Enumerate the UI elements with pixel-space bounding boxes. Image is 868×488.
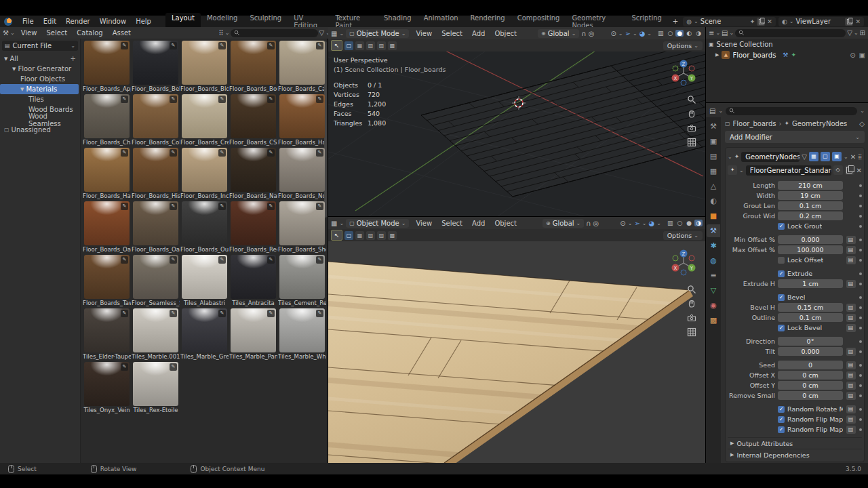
- breadcrumb-modifier[interactable]: GeometryNodes: [792, 120, 847, 127]
- asset-floor-boards-oak[interactable]: ✎Floor_Boards_Oak...: [83, 201, 131, 255]
- shading-rendered-icon[interactable]: ◑: [694, 220, 703, 226]
- options-button[interactable]: Options ⌄: [663, 231, 703, 240]
- add-workspace-button[interactable]: +: [668, 16, 683, 26]
- add-modifier-button[interactable]: Add Modifier ⌄: [725, 131, 865, 143]
- toggle-grid-icon[interactable]: [687, 138, 696, 147]
- properties-tab-physics[interactable]: ◍: [707, 254, 720, 267]
- asset-floor-boards-hay[interactable]: ✎Floor_Boards_Hay...: [83, 148, 131, 201]
- properties-tab-scene[interactable]: △: [707, 180, 720, 192]
- shading-wireframe-icon[interactable]: ○: [667, 30, 675, 37]
- asset-floor-boards-cha[interactable]: ✎Floor_Boards_Cha...: [83, 94, 131, 148]
- attribute-toggle-icon[interactable]: ▤: [846, 382, 856, 390]
- decorator-dot[interactable]: [859, 317, 862, 319]
- checkbox-checked-icon[interactable]: ✓: [778, 270, 785, 277]
- viewport-menu-add[interactable]: Add: [467, 218, 490, 228]
- node-group-field[interactable]: FloorGenerator_Standard: [746, 165, 831, 176]
- geometry-nodes-icon[interactable]: ✦: [791, 52, 796, 58]
- overlays-toggle-icon[interactable]: ◕: [639, 30, 646, 37]
- menu-render[interactable]: Render: [61, 16, 95, 26]
- snap-icon[interactable]: ∩: [586, 220, 591, 227]
- gizmo-toggle-icon[interactable]: ➢: [625, 30, 631, 37]
- select-mode-new-icon[interactable]: ▢: [344, 231, 353, 240]
- breadcrumb-object[interactable]: Floor_boards: [733, 120, 776, 127]
- decorator-dot[interactable]: [859, 283, 862, 285]
- select-mode-invert-icon[interactable]: ▨: [377, 231, 386, 240]
- attribute-toggle-icon[interactable]: ▤: [846, 426, 856, 434]
- outliner-search-input[interactable]: [735, 29, 846, 37]
- viewport-top[interactable]: ▦ ⌄ ▢ Object Mode ⌄ ViewSelectAddObject …: [328, 27, 705, 216]
- asset-tiles-onyx-vein[interactable]: ✎Tiles_Onyx_Vein: [83, 362, 131, 415]
- asset-floor-boards-cre[interactable]: ✎Floor_Boards_Cre...: [180, 94, 229, 148]
- decorator-dot[interactable]: [859, 195, 862, 197]
- param-checkbox[interactable]: ✓Lock Grout: [778, 222, 843, 230]
- decorator-dot[interactable]: [859, 239, 862, 241]
- param-checkbox[interactable]: ✓Extrude: [778, 270, 843, 277]
- zoom-icon[interactable]: [687, 285, 696, 294]
- disclosure-triangle[interactable]: ▼: [20, 87, 24, 92]
- camera-view-icon[interactable]: [687, 313, 696, 323]
- select-mode-new-icon[interactable]: ▢: [344, 41, 353, 50]
- active-tool-select-box[interactable]: ↖: [331, 230, 342, 241]
- proportional-editing-icon[interactable]: ◎: [593, 220, 599, 227]
- options-button[interactable]: Options ⌄: [663, 41, 703, 50]
- viewport-menu-object[interactable]: Object: [490, 28, 521, 39]
- attribute-toggle-icon[interactable]: ▤: [846, 324, 856, 332]
- transform-orientation-selector[interactable]: ⊕ Global ⌄: [542, 219, 584, 228]
- properties-tab-modifiers[interactable]: ⚒: [707, 224, 720, 237]
- camera-view-icon[interactable]: [687, 123, 696, 133]
- gizmo-toggle-icon[interactable]: ➢: [634, 220, 639, 227]
- checkbox-checked-icon[interactable]: ✓: [778, 416, 785, 423]
- move-view-hand-icon[interactable]: [687, 109, 696, 119]
- properties-tab-particles[interactable]: ✱: [707, 239, 720, 252]
- pin-icon[interactable]: ✦: [750, 18, 755, 25]
- editor-type-icon[interactable]: ▤: [709, 107, 715, 115]
- chevron-down-icon[interactable]: ⌄: [860, 108, 865, 114]
- param-value-field[interactable]: 19 cm: [778, 191, 843, 200]
- param-value-field[interactable]: 210 cm: [778, 181, 843, 190]
- asset-tiles-marble-grey[interactable]: ✎Tiles_Marble_Grey: [180, 308, 229, 362]
- select-mode-intersect-icon[interactable]: ▩: [388, 41, 397, 50]
- attribute-toggle-icon[interactable]: ▤: [846, 405, 856, 413]
- mode-selector[interactable]: ▢ Object Mode ⌄: [346, 219, 409, 228]
- display-settings-icon[interactable]: ⠿: [218, 29, 223, 37]
- param-value-field[interactable]: 0.1 cm: [778, 201, 843, 210]
- attribute-toggle-icon[interactable]: ▤: [846, 371, 856, 380]
- viewport-menu-view[interactable]: View: [411, 28, 437, 39]
- close-icon[interactable]: ✕: [767, 18, 772, 25]
- viewport-bottom[interactable]: ▦ ⌄ ▢ Object Mode ⌄ ViewSelectAddObject …: [328, 217, 705, 463]
- decorator-dot[interactable]: [859, 327, 862, 329]
- decorator-dot[interactable]: [859, 408, 862, 411]
- editor-type-icon[interactable]: ⚒: [3, 29, 9, 37]
- overlays-toggle-icon[interactable]: ◕: [648, 220, 654, 227]
- catalog-floor-objects[interactable]: Floor Objects: [0, 74, 80, 84]
- attribute-toggle-icon[interactable]: ▤: [846, 256, 856, 264]
- asset-floor-boards-cas[interactable]: ✎Floor_Boards_Cas...: [278, 41, 326, 94]
- disclosure-triangle[interactable]: ▶: [715, 52, 719, 58]
- attribute-toggle-icon[interactable]: ▤: [846, 415, 856, 424]
- checkbox-checked-icon[interactable]: ✓: [778, 325, 785, 331]
- shading-solid-icon[interactable]: ●: [675, 30, 684, 37]
- outliner-row-floor-boards[interactable]: ▶ ▲ Floor_boards ⚒ ✦ ⊙ ▣: [706, 49, 868, 60]
- checkbox-checked-icon[interactable]: ✓: [778, 223, 785, 230]
- decorator-dot[interactable]: [859, 306, 862, 309]
- copy-icon[interactable]: [757, 18, 765, 26]
- asset-floor-boards-app[interactable]: ✎Floor_Boards_App...: [83, 41, 131, 94]
- modifier-wrench-icon[interactable]: ⚒: [783, 52, 788, 58]
- asset-floor-seamless-s[interactable]: ✎Floor_Seamless_S...: [132, 255, 180, 308]
- asset-floor-boards-col[interactable]: ✎Floor_Boards_Col...: [132, 94, 180, 148]
- proportional-editing-icon[interactable]: ◎: [589, 30, 595, 37]
- asset-tiles-elder-taupe[interactable]: ✎Tiles_Elder-Taupe: [83, 308, 131, 362]
- decorator-dot[interactable]: [859, 225, 862, 228]
- menu-help[interactable]: Help: [131, 16, 156, 26]
- attribute-toggle-icon[interactable]: ▤: [846, 392, 856, 400]
- asset-floor-boards-inca[interactable]: ✎Floor_Boards_Inca...: [180, 148, 229, 201]
- decorator-dot[interactable]: [859, 215, 862, 218]
- collapse-arrow-icon[interactable]: ⌄: [728, 154, 732, 160]
- asset-menu-catalog[interactable]: Catalog: [72, 28, 107, 38]
- catalog-all[interactable]: ▼All+: [0, 54, 80, 64]
- asset-menu-view[interactable]: View: [16, 28, 42, 38]
- chevron-down-icon[interactable]: ⌄: [844, 154, 848, 160]
- checkbox-checked-icon[interactable]: ✓: [778, 426, 785, 433]
- attribute-toggle-icon[interactable]: ▤: [846, 280, 856, 288]
- param-checkbox[interactable]: ✓Random Rotate Mapping: [778, 405, 843, 413]
